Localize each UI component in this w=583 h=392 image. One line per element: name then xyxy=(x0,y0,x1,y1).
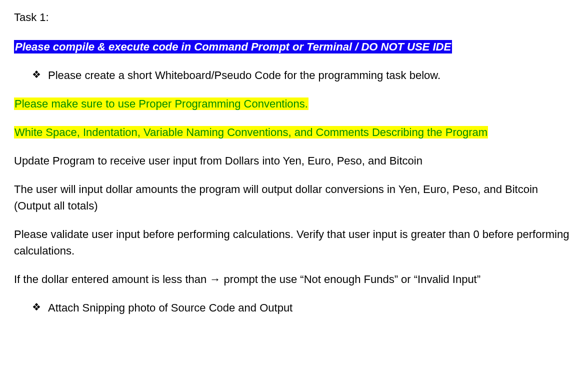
body-4-post: prompt the use “Not enough Funds” or “In… xyxy=(220,273,480,286)
body-paragraph-1: Update Program to receive user input fro… xyxy=(14,152,574,169)
instruction-line: Please compile & execute code in Command… xyxy=(14,38,574,55)
instruction-highlight: Please compile & execute code in Command… xyxy=(14,40,452,54)
conventions-line-1: Please make sure to use Proper Programmi… xyxy=(14,96,574,112)
bullet-item-attach: Attach Snipping photo of Source Code and… xyxy=(14,300,574,316)
bullet-text-2: Attach Snipping photo of Source Code and… xyxy=(48,302,292,314)
document-page: Task 1: Please compile & execute code in… xyxy=(0,0,583,337)
bullet-list-1: Please create a short Whiteboard/Pseudo … xyxy=(14,67,574,84)
bullet-list-2: Attach Snipping photo of Source Code and… xyxy=(14,300,574,316)
arrow-icon: → xyxy=(210,273,220,286)
bullet-text: Please create a short Whiteboard/Pseudo … xyxy=(48,69,440,82)
body-paragraph-4: If the dollar entered amount is less tha… xyxy=(14,271,574,288)
bullet-item-pseudocode: Please create a short Whiteboard/Pseudo … xyxy=(14,67,574,84)
body-paragraph-2: The user will input dollar amounts the p… xyxy=(14,181,574,214)
conventions-highlight-1: Please make sure to use Proper Programmi… xyxy=(14,98,308,110)
body-paragraph-3: Please validate user input before perfor… xyxy=(14,226,574,259)
conventions-highlight-2: White Space, Indentation, Variable Namin… xyxy=(14,126,488,138)
task-title: Task 1: xyxy=(14,9,574,26)
conventions-line-2: White Space, Indentation, Variable Namin… xyxy=(14,124,574,140)
body-4-pre: If the dollar entered amount is less tha… xyxy=(14,273,210,286)
